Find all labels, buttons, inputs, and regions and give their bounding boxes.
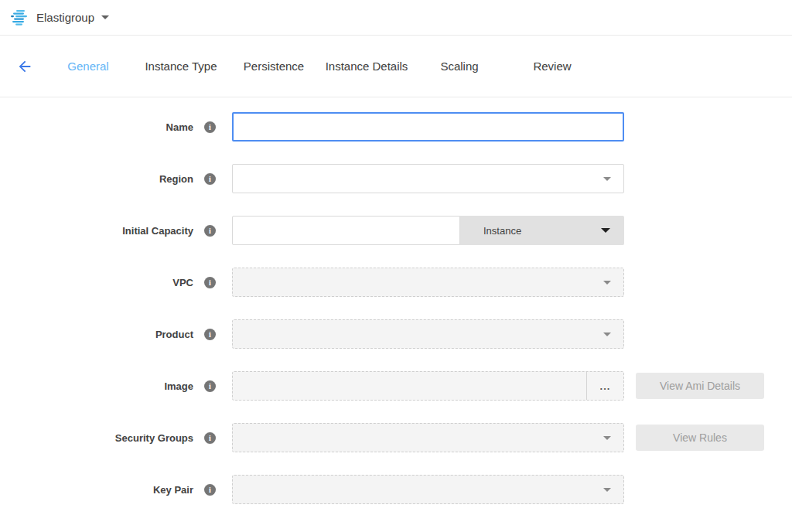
info-icon[interactable]: i [204,225,216,237]
view-rules-button: View Rules [636,425,764,451]
browse-ami-button: ... [586,372,623,400]
region-label: Region [0,173,193,185]
region-select[interactable] [232,164,624,193]
dropdown-caret-icon [603,488,611,492]
dropdown-caret-icon [603,281,611,285]
app-header: Elastigroup [0,0,792,36]
dropdown-caret-icon [603,332,611,336]
capacity-unit-value: Instance [483,225,521,237]
capacity-unit-select[interactable]: Instance [460,216,624,245]
arrow-back-icon [16,58,33,75]
general-form: Name i Region i Initial Capacity i Insta… [0,97,792,504]
product-select [232,319,624,349]
form-row-key-pair: Key Pair i [0,475,792,504]
wizard-tabbar: General Instance Type Persistence Instan… [0,36,792,97]
tab-review[interactable]: Review [506,60,599,73]
security-groups-label: Security Groups [0,432,193,444]
form-row-security-groups: Security Groups i View Rules [0,423,792,452]
vpc-label: VPC [0,277,193,288]
form-row-image: Image i ... View Ami Details [0,371,792,401]
info-icon[interactable]: i [204,432,216,444]
key-pair-label: Key Pair [0,484,193,496]
dropdown-caret-icon [603,177,611,181]
form-row-name: Name i [0,112,792,142]
back-button[interactable] [15,57,34,76]
image-label: Image [0,380,193,392]
app-name: Elastigroup [36,11,94,24]
image-input: ... [232,371,624,401]
initial-capacity-label: Initial Capacity [0,225,193,237]
info-icon[interactable]: i [204,121,216,133]
tab-instance-details[interactable]: Instance Details [320,60,413,73]
key-pair-select [232,475,624,504]
app-switcher[interactable]: Elastigroup [29,11,109,24]
tab-persistence[interactable]: Persistence [227,60,320,73]
info-icon[interactable]: i [204,173,216,185]
form-row-region: Region i [0,164,792,193]
elastigroup-logo-icon [11,10,29,26]
form-row-vpc: VPC i [0,268,792,297]
vpc-select [232,268,624,297]
dropdown-caret-icon [603,436,611,440]
chevron-down-icon [101,15,109,19]
info-icon[interactable]: i [204,484,216,496]
dropdown-caret-icon [601,228,610,233]
product-label: Product [0,329,193,340]
name-label: Name [0,121,193,133]
info-icon[interactable]: i [204,329,216,340]
form-row-product: Product i [0,319,792,349]
form-row-initial-capacity: Initial Capacity i Instance [0,216,792,245]
initial-capacity-input[interactable] [232,216,460,245]
image-input-value [233,372,586,400]
tab-general[interactable]: General [42,60,135,73]
tab-instance-type[interactable]: Instance Type [135,60,227,73]
wizard-tabs: General Instance Type Persistence Instan… [42,60,599,73]
info-icon[interactable]: i [204,380,216,392]
name-input[interactable] [232,112,624,142]
info-icon[interactable]: i [204,277,216,288]
view-ami-details-button: View Ami Details [636,373,764,399]
tab-scaling[interactable]: Scaling [413,60,506,73]
security-groups-select [232,423,624,452]
